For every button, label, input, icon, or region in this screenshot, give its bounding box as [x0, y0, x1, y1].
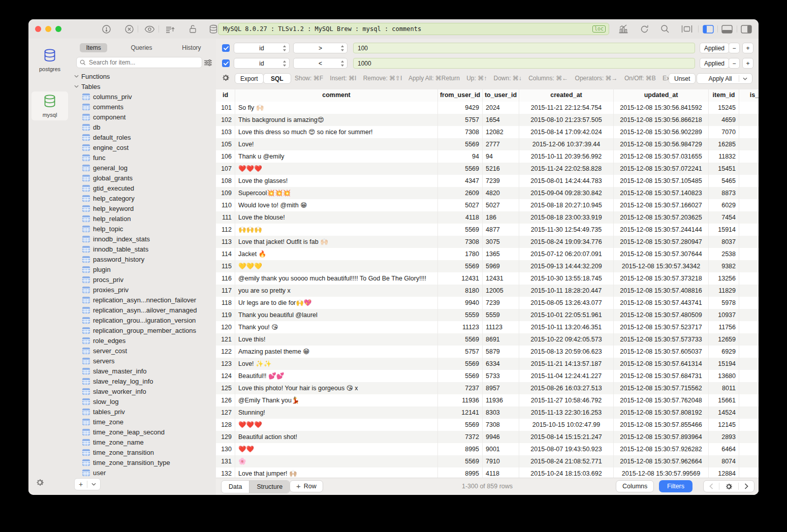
column-header[interactable]: item_id: [709, 89, 739, 102]
sidebar-search[interactable]: [76, 57, 202, 68]
apply-all-button[interactable]: Apply All: [697, 73, 752, 84]
filter-enabled-checkbox[interactable]: [222, 44, 230, 52]
add-item-button[interactable]: +: [75, 480, 87, 488]
sidebar-table-item[interactable]: time_zone_leap_second: [71, 427, 216, 437]
search-input[interactable]: [88, 58, 199, 67]
sidebar-table-item[interactable]: time_zone_transition_type: [71, 457, 216, 467]
table-row[interactable]: 112🙌🙌🙌556948772015-11-30 12:54:49.735201…: [216, 224, 759, 236]
sidebar-table-item[interactable]: engine_cost: [71, 142, 216, 152]
sidebar-table-item[interactable]: columns_priv: [71, 91, 216, 102]
sidebar-table-item[interactable]: innodb_table_stats: [71, 244, 216, 254]
sidebar-table-item[interactable]: slave_relay_log_info: [71, 376, 216, 386]
minimize-window-button[interactable]: [45, 26, 51, 32]
lock-icon[interactable]: [187, 23, 198, 35]
table-row[interactable]: 120Thank you! 😘11123111232015-10-11 13:2…: [216, 321, 759, 333]
table-row[interactable]: 122Amazing pastel theme 😁575758792015-08…: [216, 346, 759, 358]
sidebar-table-item[interactable]: plugin: [71, 264, 216, 274]
add-filter-button[interactable]: +: [742, 43, 753, 53]
sidebar-table-item[interactable]: help_relation: [71, 213, 216, 224]
refresh-icon[interactable]: [639, 23, 650, 35]
focus-mode-icon[interactable]: [681, 23, 692, 35]
table-row[interactable]: 113Love that jacket! Outfit is fab 🙌🏻730…: [216, 236, 759, 248]
disconnect-icon[interactable]: [123, 23, 135, 35]
table-row[interactable]: 118Ur legs are to die for🙌💖994072392015-…: [216, 297, 759, 309]
sidebar-filter-icon[interactable]: [204, 59, 212, 68]
sidebar-table-item[interactable]: role_edges: [71, 335, 216, 346]
settings-gear-icon[interactable]: [36, 478, 44, 489]
toggle-right-panel-icon[interactable]: [741, 23, 752, 35]
sidebar-table-item[interactable]: procs_priv: [71, 274, 216, 285]
sidebar-table-item[interactable]: innodb_index_stats: [71, 234, 216, 244]
add-filter-button[interactable]: +: [742, 58, 753, 69]
sidebar-table-item[interactable]: slave_worker_info: [71, 386, 216, 396]
sidebar-table-item[interactable]: proxies_priv: [71, 285, 216, 295]
sidebar-table-item[interactable]: user: [71, 467, 216, 478]
toggle-bottom-panel-icon[interactable]: [721, 23, 733, 35]
connect-icon[interactable]: [101, 23, 112, 35]
sidebar-table-item[interactable]: func: [71, 152, 216, 163]
filter-value-input[interactable]: [353, 58, 695, 69]
table-row[interactable]: 107❤️❤️❤️556952162015-11-24 22:02:58.828…: [216, 163, 759, 175]
tab-history[interactable]: History: [176, 43, 207, 52]
sidebar-table-item[interactable]: replication_asyn...nnection_failover: [71, 295, 216, 305]
table-row[interactable]: 127Stunning!1214183032015-11-13 22:30:16…: [216, 406, 759, 419]
sidebar-table-item[interactable]: server_cost: [71, 346, 216, 356]
table-row[interactable]: 105Love!556927772015-12-06 10:37:39.4420…: [216, 138, 759, 150]
column-header[interactable]: updated_at: [614, 89, 709, 102]
remove-filter-button[interactable]: −: [729, 43, 740, 53]
zoom-window-button[interactable]: [55, 26, 61, 32]
filter-operator-select[interactable]: <: [293, 58, 348, 69]
sidebar-table-item[interactable]: time_zone_transition: [71, 447, 216, 457]
table-row[interactable]: 101So fly 🙌🏻942920242015-11-21 22:12:54.…: [216, 102, 759, 114]
sidebar-table-item[interactable]: db: [71, 122, 216, 132]
sidebar-table-item[interactable]: replication_grou...iguration_version: [71, 315, 216, 325]
sidebar-table-item[interactable]: default_roles: [71, 132, 216, 142]
database-icon[interactable]: [208, 23, 219, 35]
sidebar-table-item[interactable]: global_grants: [71, 173, 216, 183]
table-row[interactable]: 126@Emily Thank you💃11936119362015-11-27…: [216, 394, 759, 406]
table-row[interactable]: 124Beautiful!! 💕💕556957332015-11-04 12:2…: [216, 370, 759, 382]
sidebar-table-item[interactable]: help_topic: [71, 224, 216, 234]
filter-value-input[interactable]: [353, 43, 695, 53]
filter-column-select[interactable]: id: [234, 43, 290, 53]
table-row[interactable]: 103Love this dress so much 😍 so nice for…: [216, 126, 759, 138]
previous-page-button[interactable]: [704, 483, 719, 489]
unset-button[interactable]: Unset: [669, 73, 696, 84]
sidebar-table-item[interactable]: time_zone: [71, 417, 216, 427]
next-page-button[interactable]: [739, 483, 754, 489]
table-row[interactable]: 119Thank you beautiful @laurel5559555920…: [216, 309, 759, 321]
column-header[interactable]: id: [216, 89, 235, 102]
chart-icon[interactable]: [618, 23, 629, 35]
sidebar-table-item[interactable]: general_log: [71, 163, 216, 173]
sidebar-table-item[interactable]: component: [71, 112, 216, 122]
table-row[interactable]: 117you are so pretty x8180120052015-10-1…: [216, 285, 759, 297]
table-row[interactable]: 129Beautiful action shot!737299462015-08…: [216, 431, 759, 443]
sidebar-table-item[interactable]: time_zone_name: [71, 437, 216, 447]
log-list-icon[interactable]: [164, 23, 175, 35]
table-row[interactable]: 111Love the blouse!41181862015-08-18 23:…: [216, 211, 759, 224]
table-row[interactable]: 125Love this photo! Your hair is gorgeou…: [216, 382, 759, 394]
table-row[interactable]: 123Love! ✨✨556963342015-11-21 14:13:57.1…: [216, 358, 759, 370]
sidebar-table-item[interactable]: servers: [71, 356, 216, 366]
sidebar-table-item[interactable]: replication_asyn...ailover_managed: [71, 305, 216, 315]
column-header[interactable]: to_user_id: [483, 89, 519, 102]
table-row[interactable]: 121Love this!556986912015-10-22 09:42:05…: [216, 333, 759, 346]
connection-mysql[interactable]: mysql: [32, 91, 68, 120]
filter-applied-button[interactable]: Applied: [700, 43, 729, 53]
table-row[interactable]: 102This background is amazing😍5757165420…: [216, 114, 759, 126]
remove-filter-button[interactable]: −: [729, 58, 740, 69]
table-row[interactable]: 132Love that jumper! 🙌🏼899541182015-10-2…: [216, 467, 759, 478]
column-header[interactable]: is_: [739, 89, 759, 102]
filter-operator-select[interactable]: >: [293, 43, 348, 53]
page-settings-gear-icon[interactable]: [719, 483, 738, 490]
sidebar-table-item[interactable]: help_keyword: [71, 203, 216, 213]
table-row[interactable]: 130❤️❤️899590012015-08-07 19:43:50.92320…: [216, 443, 759, 455]
table-row[interactable]: 114Jacket 🔥178013652015-07-12 06:20:07.0…: [216, 248, 759, 260]
export-button[interactable]: Export: [235, 73, 264, 84]
column-header[interactable]: comment: [235, 89, 438, 102]
sidebar-table-item[interactable]: replication_group_member_actions: [71, 325, 216, 335]
filter-enabled-checkbox[interactable]: [222, 59, 230, 67]
sidebar-table-item[interactable]: slow_log: [71, 396, 216, 406]
preview-eye-icon[interactable]: [144, 23, 155, 35]
close-window-button[interactable]: [35, 26, 41, 32]
